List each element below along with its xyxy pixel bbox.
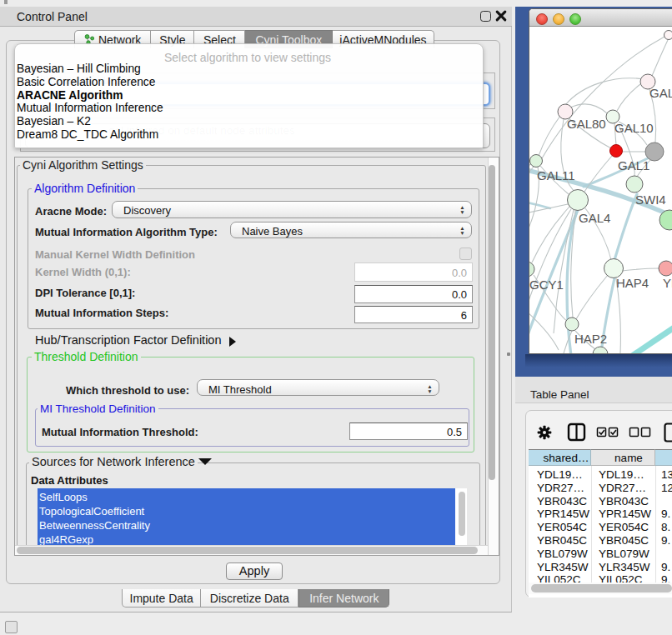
svg-text:GAL4: GAL4 [579, 211, 610, 225]
svg-text:GCY1: GCY1 [529, 278, 564, 292]
svg-text:GAL80: GAL80 [567, 117, 606, 131]
svg-text:GAL7: GAL7 [649, 86, 672, 100]
svg-text:HAP2: HAP2 [574, 332, 607, 346]
svg-text:GAL1: GAL1 [618, 158, 649, 172]
svg-text:HAP4: HAP4 [616, 276, 649, 290]
svg-text:SWI4: SWI4 [635, 192, 666, 207]
svg-text:GAL11: GAL11 [537, 168, 575, 182]
svg-text:GAL10: GAL10 [614, 121, 654, 135]
svg-text:YM: YM [663, 276, 672, 290]
